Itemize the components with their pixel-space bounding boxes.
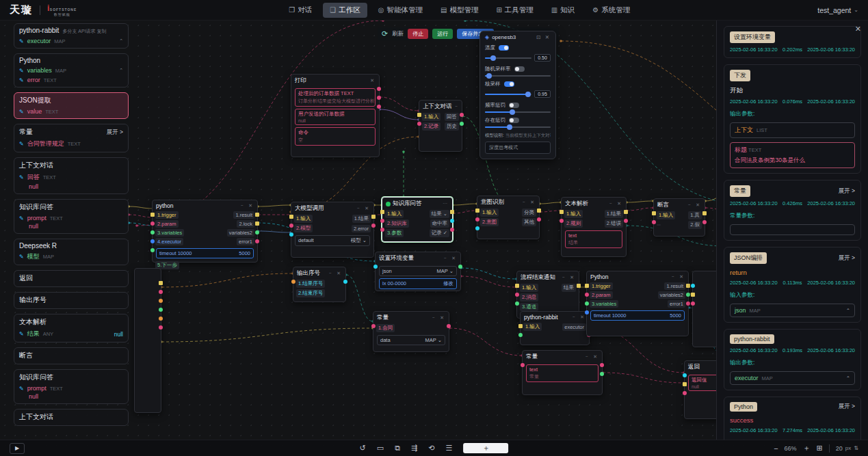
output-chip[interactable]: executor <box>562 323 586 331</box>
input-port[interactable] <box>289 215 293 219</box>
param-toggle[interactable] <box>499 45 509 51</box>
node-python-rabbit[interactable]: python-rabbit－ ✕1.输入executor <box>520 311 590 345</box>
input-port[interactable] <box>652 211 656 215</box>
param-field[interactable] <box>730 224 855 235</box>
input-port[interactable] <box>691 284 695 288</box>
output-chip[interactable]: 2.lock <box>237 220 254 228</box>
model-mode-input[interactable]: 深度思考模式 <box>485 142 551 154</box>
expand-link[interactable]: 展开 > <box>107 129 123 137</box>
node-text-box[interactable]: text常量 <box>526 364 599 382</box>
node-input[interactable]: timeout 100005000 <box>590 310 685 321</box>
node-text-box[interactable]: 处理后的订单数据 TEXT订单分析结果提交给大模型进行分析 <box>295 88 376 107</box>
input-port[interactable] <box>691 293 695 297</box>
node-title-bar[interactable]: 大模型调用－ ✕ <box>291 202 373 214</box>
snap-grid-icon[interactable]: ⊞ <box>817 444 823 453</box>
param-field[interactable]: jsonMAP⌃ <box>730 304 855 317</box>
input-chip[interactable]: 2.消息 <box>520 293 538 301</box>
output-port[interactable] <box>702 220 707 224</box>
sidebar-card-2[interactable]: JSON提取✎valueTEXT <box>14 92 129 119</box>
output-port[interactable] <box>377 105 381 109</box>
input-chip[interactable]: 2.意图 <box>480 218 499 226</box>
frame-icon[interactable]: ▭ <box>377 444 384 453</box>
output-port[interactable] <box>255 239 259 243</box>
node-title-bar[interactable]: python－ ✕ <box>153 200 257 211</box>
node-select[interactable]: default模型 ⌄ <box>295 235 370 246</box>
node-常量[interactable]: 常量－ ✕1.合同dataMAP ⌄ <box>373 311 449 352</box>
output-port[interactable] <box>159 281 163 285</box>
output-port[interactable] <box>702 211 707 215</box>
slider-knob[interactable] <box>525 92 531 97</box>
output-port[interactable] <box>159 299 163 303</box>
sidebar-card-9[interactable]: 文本解析✎结果ANYnull <box>14 314 129 343</box>
param-field[interactable]: 上下文LIST <box>730 122 855 138</box>
output-port[interactable] <box>371 215 376 219</box>
input-port[interactable] <box>515 293 519 297</box>
output-port[interactable] <box>686 284 690 288</box>
node-上下文对话[interactable]: 上下文对话－ ✕1.输入回答2.记录历史 <box>419 100 462 152</box>
param-toggle[interactable] <box>509 103 519 108</box>
sidebar-card-1[interactable]: Python✎variablesMAP⌃✎errorTEXT <box>14 53 129 88</box>
param-slider[interactable] <box>485 75 551 77</box>
output-port[interactable] <box>450 210 454 214</box>
node-controls[interactable]: ⋯ <box>443 201 449 206</box>
input-port[interactable] <box>150 230 155 234</box>
node-controls[interactable]: － ✕ <box>521 199 536 206</box>
param-field[interactable]: executorMAP⌃ <box>730 371 855 385</box>
edit-icon[interactable]: ✎ <box>19 254 24 260</box>
input-chip[interactable]: 4.executor <box>155 238 183 245</box>
input-port[interactable] <box>289 224 293 228</box>
copy-icon[interactable]: ⧉ <box>395 444 400 453</box>
node-select[interactable]: jsonMAP ⌄ <box>379 266 457 276</box>
zoom-in-button[interactable]: ＋ <box>803 443 811 453</box>
sidebar-card-3[interactable]: 常量展开 >✎合同管理规定TEXT <box>14 124 129 152</box>
output-port[interactable] <box>447 324 451 328</box>
input-port[interactable] <box>585 284 589 288</box>
output-port[interactable] <box>686 301 690 306</box>
slider-knob[interactable] <box>490 55 496 61</box>
node-controls[interactable]: － ✕ <box>687 202 701 209</box>
output-chip[interactable]: 1.result <box>664 282 685 290</box>
output-port[interactable] <box>159 317 163 321</box>
input-port[interactable] <box>683 391 687 395</box>
input-chip[interactable]: 1.结果序号 <box>296 280 325 288</box>
grid-size-field[interactable]: 20 px ⇅ <box>836 445 858 452</box>
input-port[interactable] <box>521 363 525 367</box>
node-controls[interactable]: － ✕ <box>584 353 599 360</box>
input-chip[interactable]: 2.模型 <box>294 224 313 232</box>
output-chip[interactable]: 其他 <box>522 218 536 226</box>
output-port[interactable] <box>600 372 604 376</box>
node-input[interactable]: timeout 100005000 <box>156 248 254 258</box>
node-title-bar[interactable]: 打印✕ <box>291 75 379 86</box>
output-chip[interactable]: 2.错误 <box>605 219 623 228</box>
output-port[interactable] <box>600 363 604 367</box>
sidebar-card-4[interactable]: 上下文对话✎回答TEXTnull <box>14 157 129 194</box>
node-知识库问答[interactable]: 知识库问答⋯1.输入结果 ⌄2.知识库命中率3.参数记录 ✓ <box>382 197 453 242</box>
add-node-button[interactable]: ＋ <box>463 443 508 453</box>
param-slider[interactable] <box>485 126 551 128</box>
input-chip[interactable]: 1.输入 <box>294 215 313 223</box>
input-chip[interactable]: 2.规则 <box>564 219 583 228</box>
output-port[interactable] <box>255 222 259 226</box>
node-controls[interactable]: － ✕ <box>328 270 342 277</box>
output-chip[interactable]: variables2 <box>658 291 685 299</box>
node-controls[interactable]: － ✕ <box>454 103 462 110</box>
output-port[interactable] <box>624 219 628 223</box>
node-title-bar[interactable]: python-rabbit－ ✕ <box>521 312 589 322</box>
input-port[interactable] <box>475 226 479 230</box>
node-title-bar[interactable]: 输出序号－ ✕ <box>293 267 345 279</box>
output-chip[interactable]: variables2 <box>227 229 254 237</box>
output-port[interactable] <box>537 209 541 213</box>
node-常量[interactable]: 常量－ ✕text常量 <box>522 350 603 395</box>
input-chip[interactable]: 3.variables <box>590 300 618 308</box>
output-port[interactable] <box>159 325 163 330</box>
edit-icon[interactable]: ✎ <box>19 77 24 83</box>
input-port[interactable] <box>150 239 155 243</box>
node-controls[interactable]: － ✕ <box>431 314 445 321</box>
output-port[interactable] <box>377 96 381 100</box>
chevron-up-icon[interactable]: ⌃ <box>119 68 123 73</box>
sidebar-card-11[interactable]: 知识库问答✎promptTEXTnull <box>14 369 129 404</box>
zoom-out-button[interactable]: − <box>774 444 778 453</box>
output-chip[interactable]: 回答 <box>445 113 459 121</box>
output-chip[interactable]: 1.result <box>233 211 254 219</box>
input-port[interactable] <box>291 280 295 284</box>
